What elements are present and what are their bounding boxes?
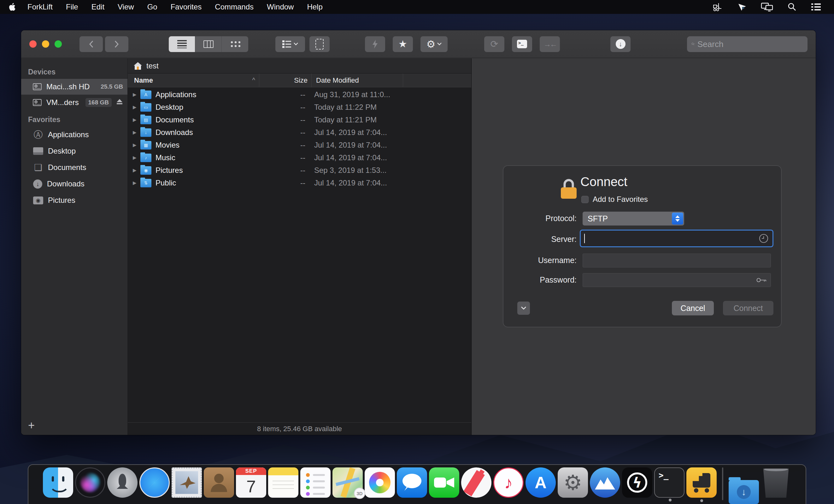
disclosure-triangle-icon[interactable] [133,104,140,110]
menu-item[interactable]: Edit [85,0,111,14]
file-row[interactable]: Pictures -- Sep 3, 2019 at 1:53... [128,164,471,177]
quick-actions-button[interactable] [365,36,385,52]
list-view-button[interactable] [169,36,195,52]
compare-button[interactable]: →← [540,36,560,52]
file-row[interactable]: Music -- Jul 14, 2019 at 7:04... [128,151,471,164]
favorites-button[interactable]: ★ [393,36,413,52]
file-row[interactable]: Downloads -- Jul 14, 2019 at 7:04... [128,126,471,139]
actions-button[interactable]: ⚙ [420,36,447,52]
menu-item[interactable]: View [111,0,141,14]
sidebar-item[interactable]: Ⓐ Applications [21,127,127,143]
search-input[interactable] [697,39,803,49]
protocol-select[interactable]: SFTP [583,212,684,225]
sidebar-item[interactable]: ◉ Pictures [21,192,127,209]
dock-icon[interactable] [300,467,331,498]
sidebar-device-macintosh-hd[interactable]: Maci...sh HD 25.5 GB [21,79,127,95]
notification-list-icon[interactable] [811,2,821,12]
disclosure-triangle-icon[interactable] [133,92,140,97]
zoom-button[interactable] [54,40,62,48]
dock-icon[interactable] [526,467,556,498]
chevron-down-icon [294,43,298,45]
file-row[interactable]: Documents -- Today at 11:21 PM [128,113,471,126]
minimize-button[interactable] [42,40,49,48]
menu-item[interactable]: File [59,0,85,14]
column-header-date-modified[interactable]: Date Modified [311,73,403,87]
dock-icon[interactable] [558,467,588,498]
dock-icon[interactable] [493,467,524,498]
dock-icon[interactable]: SEP 7 [236,467,266,498]
forward-button[interactable] [105,36,128,52]
dock-icon[interactable] [761,467,791,498]
cancel-button[interactable]: Cancel [672,301,714,315]
sidebar-item[interactable]: Desktop [21,143,127,159]
disclosure-triangle-icon[interactable] [133,180,140,186]
menu-item[interactable]: Commands [208,0,260,14]
path-bar[interactable]: test [128,58,471,73]
forklift-icon[interactable] [712,2,724,12]
dock-icon[interactable] [139,467,170,498]
disclosure-triangle-icon[interactable] [133,142,140,148]
sidebar-device-vm-folders[interactable]: VM...ders 168 GB [21,95,127,110]
dock-icon[interactable] [172,467,202,498]
menu-item[interactable]: ForkLift [21,0,59,14]
back-button[interactable] [80,36,103,52]
dock-icon[interactable] [429,467,459,498]
traffic-lights [29,40,62,48]
password-input[interactable] [583,276,756,285]
icon-view-button[interactable] [222,36,248,52]
dock-icon[interactable] [43,467,73,498]
dock-icon[interactable] [107,467,137,498]
disclosure-triangle-icon[interactable] [133,130,140,135]
file-row[interactable]: Public -- Jul 14, 2019 at 7:04... [128,177,471,189]
column-header-name[interactable]: Name ^ [128,76,259,85]
menu-item[interactable]: Go [141,0,164,14]
dock-icon[interactable] [729,480,759,504]
dock-icon[interactable] [461,467,491,498]
file-row[interactable]: Desktop -- Today at 11:22 PM [128,101,471,113]
sidebar-item[interactable]: ↓ Downloads [21,176,127,192]
dock-icon[interactable] [75,467,105,498]
disclosure-triangle-icon[interactable] [133,117,140,123]
key-icon[interactable] [756,277,767,283]
file-row[interactable]: Movies -- Jul 14, 2019 at 7:04... [128,139,471,151]
nav-buttons [80,36,128,52]
dock-icon[interactable] [204,467,234,498]
history-clock-icon[interactable] [759,234,769,243]
dock-icon[interactable]: 3D [332,467,363,498]
select-button[interactable] [309,36,330,52]
dock-icon[interactable] [722,467,723,500]
apple-menu-icon[interactable] [8,2,16,12]
spotlight-search-icon[interactable] [787,2,797,12]
disclosure-triangle-icon[interactable] [133,168,140,173]
dock-icon[interactable] [654,467,684,498]
disclosure-triangle-icon[interactable] [133,155,140,160]
close-button[interactable] [29,40,37,48]
displays-icon[interactable] [761,2,773,12]
cursor-tool-icon[interactable] [738,2,747,12]
dock-icon[interactable] [686,467,717,498]
column-view-button[interactable] [195,36,222,52]
menu-item[interactable]: Window [260,0,300,14]
add-to-favorites-checkbox[interactable] [581,196,589,203]
eject-icon[interactable] [116,99,123,106]
sync-button[interactable]: ⟳ [484,36,504,52]
sidebar-item[interactable]: ❏ Documents [21,159,127,176]
dock-icon[interactable] [622,467,652,498]
advanced-disclosure-button[interactable] [517,302,530,315]
dock-icon[interactable] [365,467,395,498]
column-header-size[interactable]: Size [259,73,311,87]
arrange-button[interactable] [276,36,305,52]
transfers-button[interactable] [610,36,631,52]
file-row[interactable]: Applications -- Aug 31, 2019 at 11:0... [128,88,471,101]
username-input[interactable] [583,256,771,265]
folder-icon [140,179,151,187]
menu-item[interactable]: Favorites [164,0,208,14]
connect-button[interactable]: Connect [723,301,773,315]
dock-icon[interactable] [397,467,427,498]
add-favorite-button[interactable]: + [28,420,35,431]
dock-icon[interactable] [268,467,299,498]
server-input[interactable] [581,234,759,243]
dock-icon[interactable] [590,467,620,498]
terminal-button[interactable] [512,36,532,52]
menu-item[interactable]: Help [300,0,329,14]
